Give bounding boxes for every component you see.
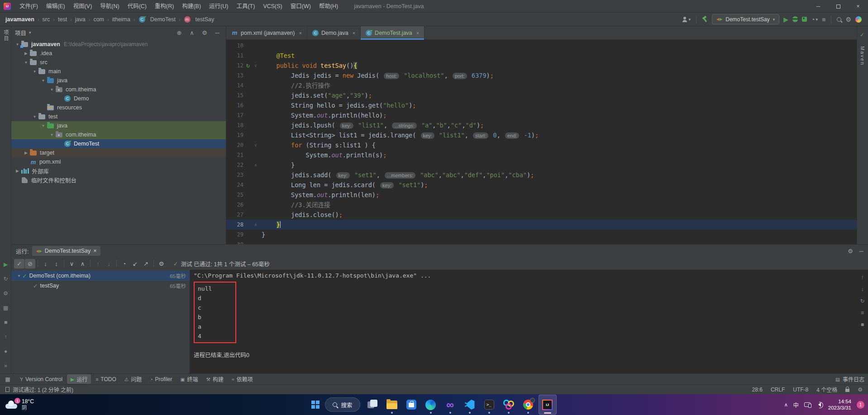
menu-item[interactable]: VCS(S) [259, 0, 286, 13]
chevron-down-icon[interactable]: ▼ [16, 274, 22, 278]
menu-item[interactable]: 窗口(W) [286, 0, 315, 13]
menu-item[interactable]: 编辑(E) [42, 0, 69, 13]
breadcrumb-item[interactable]: test [58, 16, 67, 23]
users-icon[interactable]: ▾ [682, 17, 691, 22]
menu-item[interactable]: 视图(V) [69, 0, 96, 13]
tree-row-.idea[interactable]: ▶.idea [11, 49, 226, 58]
import-results-icon[interactable]: ↙ [130, 259, 140, 269]
network-icon[interactable] [804, 402, 811, 407]
tree-row-javamaven[interactable]: ▼javamavenE:\IdeaProjects\javapro\javama… [11, 40, 226, 49]
chevron-down-icon[interactable]: ▼ [31, 115, 38, 119]
sidebar-item-project[interactable]: 项目 [2, 30, 10, 42]
tree-row-临时文件和控制台[interactable]: 临时文件和控制台 [11, 175, 226, 184]
breadcrumb-item[interactable]: com [93, 16, 104, 23]
fold-icon[interactable]: ∧ [253, 160, 259, 170]
sort-duration-icon[interactable]: ↕ [51, 259, 62, 269]
tool-windows-icon[interactable]: ▦ [4, 376, 12, 382]
tab-pom.xmljavamaven[interactable]: mpom.xml (javamaven)× [226, 26, 307, 39]
hidden-icons-button[interactable]: ∧ [784, 402, 788, 408]
tree-row-resources[interactable]: resources [11, 103, 226, 112]
scroll-up-icon[interactable]: ↑ [861, 274, 864, 281]
event-log-item[interactable]: ▤ 事件日志 [835, 375, 864, 383]
tool-window-button-Version Control[interactable]: YVersion Control [16, 374, 66, 384]
search-icon[interactable] [837, 17, 841, 22]
settings-icon[interactable]: ⚙ [845, 16, 851, 23]
fold-icon[interactable]: ∨ [253, 140, 259, 150]
hide-icon[interactable]: ─ [859, 248, 863, 255]
profiler-icon[interactable]: ◔▾ [811, 16, 818, 23]
intellij-idea-icon[interactable]: IJ [539, 395, 557, 415]
breadcrumb-item[interactable]: src [43, 16, 50, 23]
filter-passed-icon[interactable]: ✓ [14, 259, 24, 269]
breadcrumb-item[interactable]: CDemoTest [138, 16, 176, 23]
gradient-ball-icon[interactable] [855, 16, 862, 23]
notification-count-badge[interactable]: 1 [857, 401, 864, 409]
console[interactable]: "C:\Program Files\Microsoft\jdk-11.0.12.… [190, 270, 857, 373]
menu-item[interactable]: 工具(T) [232, 0, 259, 13]
breadcrumb-item[interactable]: javamaven [5, 16, 34, 23]
collapse-all-icon[interactable]: ∧ [187, 29, 197, 36]
build-hammer-icon[interactable] [702, 16, 708, 22]
tree-row-com.itheima[interactable]: ▼com.itheima [11, 85, 226, 94]
tree-row-DemoTest[interactable]: CDemoTest [11, 139, 226, 148]
sort-alpha-icon[interactable]: ↓ [40, 259, 51, 269]
visual-studio-icon[interactable]: ∞ [441, 395, 459, 415]
tab-DemoTest.java[interactable]: CDemoTest.java× [361, 26, 424, 39]
chevron-right-icon[interactable]: ▶ [23, 51, 29, 56]
prev-failed-icon[interactable]: ↑ [93, 259, 103, 269]
stop-icon[interactable]: ■ [0, 319, 11, 325]
sidebar-item-maven[interactable]: Maven [860, 46, 865, 66]
close-button[interactable]: × [848, 0, 868, 13]
chevron-down-icon[interactable]: ▼ [48, 133, 55, 137]
settings-icon[interactable]: ⚙ [0, 290, 11, 297]
tree-row-test[interactable]: ▼test [11, 112, 226, 121]
tree-row-java[interactable]: ▼java [11, 76, 226, 85]
grid-icon[interactable]: ▦ [0, 305, 11, 311]
chevron-down-icon[interactable]: ▼ [23, 61, 29, 65]
list-icon[interactable]: ≡ [861, 310, 864, 316]
chevron-down-icon[interactable]: ▼ [40, 124, 47, 128]
tool-window-button-Profiler[interactable]: ◔Profiler [146, 374, 176, 384]
settings-icon[interactable]: ⚙ [200, 29, 210, 36]
record-icon[interactable]: ● [0, 348, 11, 354]
tool-window-button-TODO[interactable]: ≡TODO [92, 374, 120, 384]
export-results-icon[interactable]: ↗ [141, 259, 151, 269]
clear-icon[interactable]: ■ [861, 321, 864, 328]
tool-window-button-终端[interactable]: ▣终端 [177, 374, 202, 384]
settings-icon[interactable]: ⚙ [848, 248, 853, 255]
tree-row-com.itheima[interactable]: ▼com.itheima [11, 130, 226, 139]
run-test-gutter-icon[interactable]: ↻ [243, 61, 253, 71]
history-icon[interactable]: ◔ [119, 259, 129, 269]
status-message[interactable]: 测试通过: 1 (2 分钟 之前) [13, 386, 73, 393]
soft-wrap-icon[interactable]: ↻ [860, 298, 864, 304]
locate-icon[interactable]: ⊕ [174, 29, 184, 36]
scroll-down-icon[interactable]: ↓ [861, 286, 864, 292]
fold-icon[interactable]: ∧ [253, 220, 259, 230]
tree-row-pom.xml[interactable]: mpom.xml [11, 157, 226, 166]
stop-icon[interactable]: ■ [822, 16, 825, 23]
terminal-icon[interactable]: >_ [480, 395, 498, 415]
chevron-right-icon[interactable]: ▶ [14, 169, 21, 173]
tree-row-src[interactable]: ▼src [11, 58, 226, 67]
test-tree-row[interactable]: ▼✓DemoTest (com.itheima)65毫秒 [11, 271, 190, 281]
close-icon[interactable]: × [353, 30, 355, 36]
filter-ignored-icon[interactable]: ⊘ [25, 259, 35, 269]
breadcrumb-item[interactable]: mtestSay [184, 16, 215, 23]
settings-icon[interactable]: ⚙ [156, 259, 167, 269]
caret-position[interactable]: 28:6 [752, 387, 763, 393]
ime-indicator[interactable]: 中 [793, 401, 799, 409]
run-icon[interactable]: ▶ [783, 16, 788, 23]
close-icon[interactable]: × [416, 30, 419, 36]
lock-icon[interactable] [845, 389, 849, 392]
next-failed-icon[interactable]: ↓ [104, 259, 114, 269]
taskbar-search[interactable]: 搜索 [325, 397, 360, 412]
menu-item[interactable]: 帮助(H) [315, 0, 342, 13]
tool-window-button-依赖项[interactable]: ≈依赖项 [228, 374, 257, 384]
edge-icon[interactable] [422, 395, 440, 415]
more-icon[interactable]: » [0, 363, 11, 369]
microsoft-store-icon[interactable] [402, 395, 420, 415]
tool-window-button-构建[interactable]: ⚒构建 [202, 374, 227, 384]
maximize-button[interactable] [828, 0, 848, 13]
tool-window-button-运行[interactable]: ▶运行 [67, 374, 91, 384]
menu-item[interactable]: 构建(B) [178, 0, 205, 13]
